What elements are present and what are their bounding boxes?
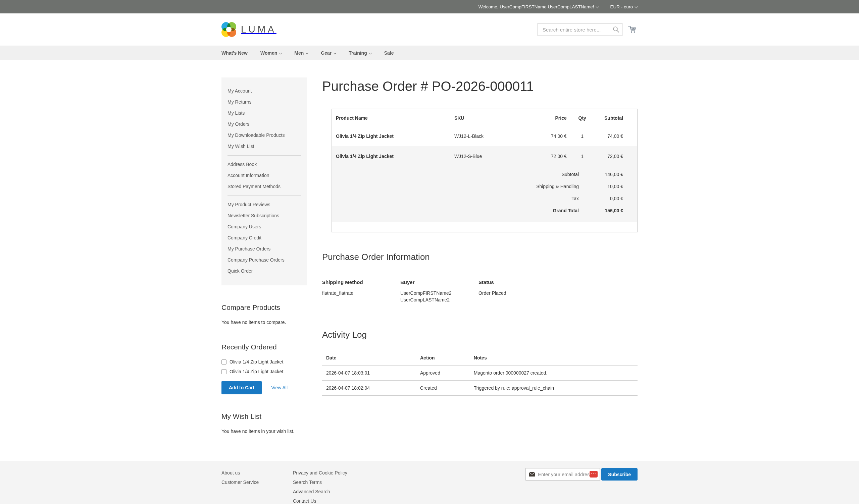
chevron-down-icon: [279, 52, 282, 54]
footer-link-privacy-policy[interactable]: Privacy and Cookie Policy: [293, 468, 526, 477]
footer-link-customer-service[interactable]: Customer Service: [222, 477, 293, 487]
footer-link-advanced-search[interactable]: Advanced Search: [293, 487, 526, 496]
header: LUMA: [0, 13, 859, 46]
reorder-item-label[interactable]: Olivia 1/4 Zip Light Jacket: [229, 369, 283, 374]
nav-sale[interactable]: Sale: [384, 46, 394, 60]
nav-men[interactable]: Men: [294, 46, 308, 60]
wishlist-block: My Wish List You have no items in your w…: [222, 412, 307, 434]
sidebar-item-my-returns[interactable]: My Returns: [227, 97, 301, 108]
sidebar-item-company-credit[interactable]: Company Credit: [227, 232, 301, 243]
compare-products-empty-text: You have no items to compare.: [222, 319, 307, 325]
currency-switcher[interactable]: EUR - euro: [610, 4, 637, 10]
recently-ordered-block: Recently Ordered Olivia 1/4 Zip Light Ja…: [222, 343, 307, 394]
footer-link-contact-us[interactable]: Contact Us: [293, 496, 526, 504]
sidebar-item-quick-order[interactable]: Quick Order: [227, 266, 301, 277]
luma-logo-icon: [222, 22, 236, 37]
page-title: Purchase Order # PO-2026-000011: [322, 79, 637, 94]
sidebar-divider: [227, 195, 301, 196]
column-header-date: Date: [322, 350, 417, 365]
top-bar: Welcome, UserCompFIRSTName UserCompLASTN…: [0, 0, 859, 13]
store-logo[interactable]: LUMA: [222, 22, 276, 37]
currency-label: EUR - euro: [610, 4, 633, 10]
search-input[interactable]: [538, 23, 622, 36]
sidebar-item-my-orders[interactable]: My Orders: [227, 119, 301, 130]
chevron-down-icon: [635, 5, 638, 8]
table-row: Olivia 1/4 Zip Light Jacket WJ12-L-Black…: [332, 126, 637, 146]
subtotal-cell: 72,00 €: [594, 146, 637, 166]
search-icon[interactable]: [612, 26, 620, 34]
newsletter-signup: ··· Subscribe: [526, 468, 637, 504]
sidebar-item-newsletter-subscriptions[interactable]: Newsletter Subscriptions: [227, 210, 301, 221]
column-header-notes: Notes: [470, 350, 637, 365]
totals-subtotal-row: Subtotal 146,00 €: [332, 168, 637, 180]
product-name-cell: Olivia 1/4 Zip Light Jacket: [332, 146, 451, 166]
qty-cell: 1: [570, 146, 594, 166]
status-field: Status Order Placed: [479, 279, 557, 303]
password-manager-extension-icon[interactable]: ···: [590, 471, 598, 477]
subscribe-button[interactable]: Subscribe: [601, 468, 637, 481]
activity-log-table: Date Action Notes 2026-04-07 18:03:01 Ap…: [322, 350, 637, 396]
envelope-icon: [529, 472, 535, 477]
totals-shipping-row: Shipping & Handling 10,00 €: [332, 180, 637, 192]
left-column: My Account My Returns My Lists My Orders…: [222, 77, 307, 434]
footer-link-about-us[interactable]: About us: [222, 468, 293, 477]
main-content: Purchase Order # PO-2026-000011 Product …: [322, 77, 637, 434]
cart-icon: [628, 30, 637, 34]
compare-products-block: Compare Products You have no items to co…: [222, 303, 307, 325]
list-item: Olivia 1/4 Zip Light Jacket: [222, 369, 307, 374]
column-header-sku: SKU: [451, 109, 521, 126]
product-name-cell: Olivia 1/4 Zip Light Jacket: [332, 126, 451, 146]
logo-wordmark: LUMA: [241, 24, 276, 35]
nav-women[interactable]: Women: [260, 46, 282, 60]
chevron-down-icon: [306, 52, 308, 54]
column-header-subtotal: Subtotal: [594, 109, 637, 126]
table-row: 2026-04-07 18:02:04 Created Triggered by…: [322, 380, 637, 395]
status-badge: Order Placed: [479, 290, 557, 296]
sidebar-item-my-lists[interactable]: My Lists: [227, 108, 301, 119]
add-to-cart-button[interactable]: Add to Cart: [222, 381, 262, 394]
nav-gear[interactable]: Gear: [321, 46, 336, 60]
po-information-fields: Shipping Method flatrate_flatrate Buyer …: [322, 279, 637, 303]
account-navigation: My Account My Returns My Lists My Orders…: [222, 77, 307, 285]
column-header-action: Action: [417, 350, 470, 365]
welcome-text: Welcome, UserCompFIRSTName UserCompLASTN…: [479, 4, 594, 10]
sidebar-item-my-purchase-orders[interactable]: My Purchase Orders: [227, 243, 301, 254]
price-cell: 72,00 €: [521, 146, 570, 166]
shipping-method-field: Shipping Method flatrate_flatrate: [322, 279, 400, 303]
order-totals: Subtotal 146,00 € Shipping & Handling 10…: [332, 166, 637, 222]
minicart-button[interactable]: [627, 24, 637, 35]
welcome-customer-menu[interactable]: Welcome, UserCompFIRSTName UserCompLASTN…: [479, 4, 599, 10]
reorder-item-label[interactable]: Olivia 1/4 Zip Light Jacket: [229, 359, 283, 364]
column-header-price: Price: [521, 109, 570, 126]
wishlist-empty-text: You have no items in your wish list.: [222, 428, 307, 434]
list-item: Olivia 1/4 Zip Light Jacket: [222, 359, 307, 364]
view-all-link[interactable]: View All: [271, 385, 288, 390]
sku-cell: WJ12-L-Black: [451, 126, 521, 146]
chevron-down-icon: [596, 5, 599, 8]
newsletter-email-input[interactable]: [526, 468, 600, 481]
sidebar-item-account-information[interactable]: Account Information: [227, 170, 301, 181]
totals-grand-total-row: Grand Total 156,00 €: [332, 205, 637, 217]
sidebar-item-my-wish-list[interactable]: My Wish List: [227, 141, 301, 152]
po-information-title: Purchase Order Information: [322, 252, 637, 267]
qty-cell: 1: [570, 126, 594, 146]
sidebar-item-company-purchase-orders[interactable]: Company Purchase Orders: [227, 254, 301, 266]
sku-cell: WJ12-S-Blue: [451, 146, 521, 166]
sidebar-item-company-users[interactable]: Company Users: [227, 221, 301, 232]
nav-whats-new[interactable]: What's New: [222, 46, 247, 60]
footer-link-search-terms[interactable]: Search Terms: [293, 477, 526, 487]
sidebar-item-my-product-reviews[interactable]: My Product Reviews: [227, 199, 301, 210]
compare-products-title: Compare Products: [222, 303, 307, 312]
chevron-down-icon: [369, 52, 372, 54]
chevron-down-icon: [333, 52, 336, 54]
buyer-field: Buyer UserCompFIRSTName2 UserCompLASTNam…: [400, 279, 479, 303]
sidebar-item-my-downloadable-products[interactable]: My Downloadable Products: [227, 130, 301, 141]
search-box: [538, 23, 622, 36]
nav-training[interactable]: Training: [349, 46, 371, 60]
sidebar-item-my-account[interactable]: My Account: [227, 85, 301, 97]
reorder-checkbox-2[interactable]: [222, 369, 226, 374]
sidebar-item-stored-payment-methods[interactable]: Stored Payment Methods: [227, 181, 301, 192]
main-navigation: What's New Women Men Gear Training Sale: [0, 46, 859, 60]
sidebar-item-address-book[interactable]: Address Book: [227, 159, 301, 170]
reorder-checkbox-1[interactable]: [222, 360, 226, 364]
